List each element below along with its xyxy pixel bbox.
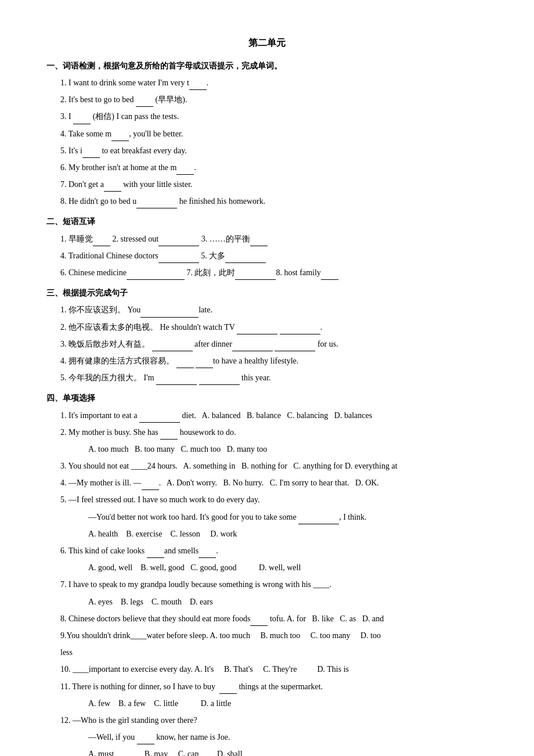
s1-item-2: 2. It's best to go to bed (早早地). xyxy=(60,92,488,107)
blank xyxy=(127,279,185,280)
s2-line3: 6. Chinese medicine 7. 此刻，此时8. host fami… xyxy=(60,265,488,280)
blank xyxy=(275,351,315,351)
blank xyxy=(73,124,91,124)
s3-item-2: 2. 他不应该看太多的电视。 He shouldn't watch TV . xyxy=(60,320,488,334)
blank xyxy=(250,625,268,626)
blank xyxy=(158,262,199,263)
s4-q6: 6. This kind of cake looks and smells. xyxy=(60,543,488,558)
s3-item-5: 5. 今年我的压力很大。 I'm this year. xyxy=(60,370,488,385)
s4-q12: 12. —Who is the girl standing over there… xyxy=(60,713,488,728)
section2-title: 二、短语互译 xyxy=(46,214,488,229)
section3-content: 1. 你不应该迟到。 Youlate. 2. 他不应该看太多的电视。 He sh… xyxy=(46,303,488,385)
blank xyxy=(139,422,180,423)
blank xyxy=(189,89,207,90)
blank xyxy=(250,246,268,246)
s2-line2: 4. Traditional Chinese doctors 5. 大多 xyxy=(60,249,488,263)
s4-q10: 10. ____important to exercise every day.… xyxy=(60,662,488,676)
s1-item-1: 1. I want to drink some water I'm very t… xyxy=(60,75,488,90)
s4-q3: 3. You should not eat ____24 hours. A. s… xyxy=(60,459,488,473)
blank xyxy=(219,693,237,694)
s1-item-4: 4. Take some m, you'll be better. xyxy=(60,127,488,141)
blank xyxy=(137,744,154,744)
s4-q5b: —You'd better not work too hard. It's go… xyxy=(60,510,488,524)
s4-q6-opts: A. good, well B. well, good C. good, goo… xyxy=(60,560,488,575)
blank xyxy=(196,368,213,368)
s4-q5a: 5. —I feel stressed out. I have so much … xyxy=(60,492,488,507)
blank xyxy=(298,524,339,524)
s3-item-4: 4. 拥有健康的生活方式很容易。 to have a healthy lifes… xyxy=(60,354,488,368)
s4-q12b: —Well, if you know, her name is Joe. xyxy=(60,730,488,744)
s4-q11-opts: A. few B. a few C. little D. a little xyxy=(60,696,488,711)
section2-content: 1. 早睡觉 2. stressed out 3. ……的平衡 4. Tradi… xyxy=(46,232,488,280)
section4-title: 四、单项选择 xyxy=(46,391,488,405)
blank xyxy=(225,262,266,263)
s4-q2-opts: A. too much B. too many C. much too D. m… xyxy=(60,442,488,456)
s1-item-7: 7. Don't get a with your little sister. xyxy=(60,177,488,192)
blank xyxy=(232,351,273,351)
blank xyxy=(152,351,193,351)
section1-content: 1. I want to drink some water I'm very t… xyxy=(46,75,488,209)
blank xyxy=(176,174,194,175)
blank xyxy=(156,384,197,385)
blank xyxy=(199,557,216,558)
section4-content: 1. It's important to eat a diet. A. bala… xyxy=(46,408,488,756)
page-wrapper: 第二单元 一、词语检测，根据句意及所给的首字母或汉语提示，完成单词。 1. I … xyxy=(46,35,488,756)
page-title: 第二单元 xyxy=(46,35,488,52)
s3-item-1: 1. 你不应该迟到。 Youlate. xyxy=(60,303,488,317)
s4-q12-opts: A. must B. may C. can D. shall xyxy=(60,747,488,756)
s1-item-8: 8. He didn't go to bed u he finished his… xyxy=(60,194,488,208)
s4-q5-opts: A. health B. exercise C. lesson D. work xyxy=(60,527,488,541)
s4-q11: 11. There is nothing for dinner, so I ha… xyxy=(60,679,488,694)
blank xyxy=(160,439,178,440)
s4-q1: 1. It's important to eat a diet. A. bala… xyxy=(60,408,488,423)
s4-q9: 9.You shouldn't drink____water before sl… xyxy=(60,628,488,643)
s1-item-6: 6. My brother isn't at home at the m. xyxy=(60,160,488,175)
blank xyxy=(136,106,153,107)
blank xyxy=(199,384,240,385)
s1-item-3: 3. I (相信) I can pass the tests. xyxy=(60,109,488,124)
blank xyxy=(321,279,338,280)
blank xyxy=(176,368,194,368)
blank xyxy=(136,208,177,208)
s4-q7-opts: A. eyes B. legs C. mouth D. ears xyxy=(60,595,488,609)
s4-q2: 2. My mother is busy. She has housework … xyxy=(60,425,488,440)
blank xyxy=(111,141,129,141)
section3-title: 三、根据提示完成句子 xyxy=(46,286,488,300)
s3-item-3: 3. 晚饭后散步对人有益。 after dinner for us. xyxy=(60,337,488,351)
section1-title: 一、词语检测，根据句意及所给的首字母或汉语提示，完成单词。 xyxy=(46,59,488,73)
s4-q4: 4. —My mother is ill. —. A. Don't worry.… xyxy=(60,476,488,490)
s4-q7: 7. I have to speak to my grandpa loudly … xyxy=(60,577,488,592)
blank xyxy=(147,557,164,558)
blank xyxy=(235,279,276,280)
s4-q9-cont: less xyxy=(60,645,488,660)
s1-item-5: 5. It's i to eat breakfast every day. xyxy=(60,143,488,158)
blank xyxy=(82,157,100,158)
blank xyxy=(280,334,320,334)
s4-q8: 8. Chinese doctors believe that they sho… xyxy=(60,611,488,626)
s2-line1: 1. 早睡觉 2. stressed out 3. ……的平衡 xyxy=(60,232,488,246)
blank xyxy=(93,246,110,246)
blank xyxy=(140,317,199,318)
blank xyxy=(237,334,277,334)
blank xyxy=(158,246,199,246)
blank xyxy=(142,489,159,490)
blank xyxy=(104,191,121,192)
